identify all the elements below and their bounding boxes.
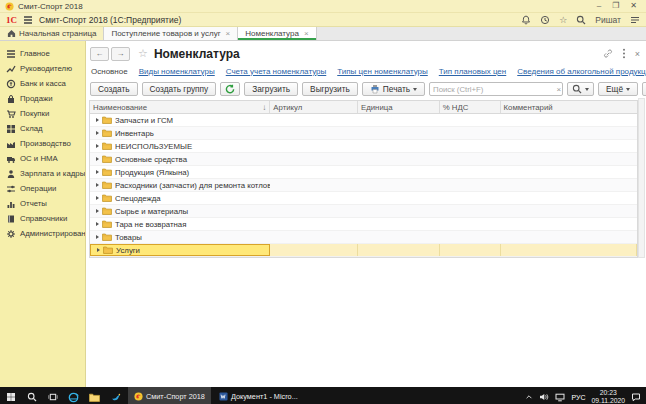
action-center-icon[interactable]: [631, 392, 641, 402]
name-cell[interactable]: Основные средства: [90, 153, 270, 165]
load-button[interactable]: Загрузить: [244, 82, 298, 96]
current-user[interactable]: Ришат: [595, 15, 621, 25]
column-header-0[interactable]: Наименование↓: [90, 101, 270, 113]
tab-close-icon[interactable]: ×: [304, 29, 309, 38]
nav-link-5[interactable]: Сведения об алкогольной продукции: [517, 67, 646, 76]
name-cell[interactable]: Товары: [90, 231, 270, 243]
back-button[interactable]: ←: [90, 47, 109, 61]
nav-link-3[interactable]: Типы цен номенклатуры: [337, 67, 428, 76]
search-options-button[interactable]: [567, 82, 594, 96]
sidebar-item-10[interactable]: Отчеты: [0, 196, 85, 211]
sidebar-item-7[interactable]: ОС и НМА: [0, 151, 85, 166]
table-row-9[interactable]: Товары: [90, 231, 637, 244]
service-menu-icon[interactable]: [630, 15, 640, 25]
nav-link-4[interactable]: Тип плановых цен: [439, 67, 506, 76]
bird-icon[interactable]: [105, 387, 126, 404]
help-button[interactable]: ?: [642, 82, 646, 96]
sidebar-item-1[interactable]: Руководителю: [0, 61, 85, 76]
expand-arrow-icon[interactable]: [96, 196, 99, 200]
maximize-button[interactable]: ❐: [612, 0, 619, 12]
favorite-page-star-icon[interactable]: ☆: [138, 47, 148, 60]
taskbar-app-0[interactable]: Смит-Спорт 2018: [128, 387, 211, 404]
clear-search-icon[interactable]: ×: [556, 85, 561, 94]
sidebar-item-2[interactable]: Банк и касса: [0, 76, 85, 91]
minimize-button[interactable]: –: [597, 0, 601, 12]
more-dots-icon[interactable]: [622, 48, 626, 59]
expand-arrow-icon[interactable]: [96, 209, 99, 213]
expand-arrow-icon[interactable]: [96, 131, 99, 135]
sidebar-item-8[interactable]: Зарплата и кадры: [0, 166, 85, 181]
expand-arrow-icon[interactable]: [96, 235, 99, 239]
refresh-button[interactable]: [220, 82, 240, 96]
column-header-3[interactable]: % НДС: [440, 101, 501, 113]
expand-arrow-icon[interactable]: [96, 222, 99, 226]
tab-2[interactable]: Номенклатура×: [238, 27, 316, 40]
link-icon[interactable]: [603, 49, 613, 59]
close-button[interactable]: ✕: [630, 0, 637, 12]
create-group-button[interactable]: Создать группу: [142, 82, 217, 96]
name-cell[interactable]: Спецодежда: [90, 192, 270, 204]
taskview-icon[interactable]: [42, 387, 63, 404]
forward-button[interactable]: →: [111, 47, 130, 61]
expand-arrow-icon[interactable]: [96, 157, 99, 161]
expand-arrow-icon[interactable]: [96, 183, 99, 187]
sidebar-item-0[interactable]: Главное: [0, 46, 85, 61]
nav-link-1[interactable]: Виды номенклатуры: [139, 67, 215, 76]
sidebar-item-11[interactable]: Справочники: [0, 211, 85, 226]
name-cell[interactable]: НЕИСПОЛЬЗУЕМЫЕ: [90, 140, 270, 152]
table-row-3[interactable]: Основные средства: [90, 153, 637, 166]
name-cell[interactable]: Сырье и материалы: [90, 205, 270, 217]
language-indicator[interactable]: РУС: [571, 394, 585, 401]
sidebar-item-6[interactable]: Производство: [0, 136, 85, 151]
clock[interactable]: 20:23 09.11.2020: [591, 389, 625, 404]
unload-button[interactable]: Выгрузить: [302, 82, 358, 96]
start-icon[interactable]: [0, 387, 21, 404]
nav-link-2[interactable]: Счета учета номенклатуры: [226, 67, 327, 76]
name-cell[interactable]: Продукция (Ялкына): [90, 166, 270, 178]
sidebar-item-5[interactable]: Склад: [0, 121, 85, 136]
name-cell[interactable]: Инвентарь: [90, 127, 270, 139]
table-row-0[interactable]: Запчасти и ГСМ: [90, 114, 637, 127]
create-button[interactable]: Создать: [90, 82, 138, 96]
table-row-6[interactable]: Спецодежда: [90, 192, 637, 205]
close-page-icon[interactable]: ×: [635, 49, 640, 59]
history-icon[interactable]: [540, 15, 550, 25]
expand-arrow-icon[interactable]: [96, 170, 99, 174]
column-header-4[interactable]: Комментарий: [501, 101, 637, 113]
print-button[interactable]: Печать: [362, 82, 425, 96]
table-row-1[interactable]: Инвентарь: [90, 127, 637, 140]
search-input[interactable]: [429, 82, 563, 96]
table-row-10[interactable]: Услуги: [90, 244, 637, 257]
explorer-icon[interactable]: [84, 387, 105, 404]
favorites-star-icon[interactable]: ☆: [559, 15, 567, 25]
name-cell[interactable]: Расходники (запчасти) для ремонта котлов…: [90, 179, 270, 191]
main-menu-icon[interactable]: [23, 15, 33, 25]
expand-arrow-icon[interactable]: [96, 144, 99, 148]
table-row-7[interactable]: Сырье и материалы: [90, 205, 637, 218]
column-header-2[interactable]: Единица: [358, 101, 440, 113]
table-row-2[interactable]: НЕИСПОЛЬЗУЕМЫЕ: [90, 140, 637, 153]
column-header-1[interactable]: Артикул: [270, 101, 358, 113]
table-row-4[interactable]: Продукция (Ялкына): [90, 166, 637, 179]
ie-icon[interactable]: [63, 387, 84, 404]
expand-arrow-icon[interactable]: [96, 118, 99, 122]
taskbar-search-icon[interactable]: [21, 387, 42, 404]
chevron-up-icon[interactable]: [525, 393, 533, 401]
tab-close-icon[interactable]: ×: [226, 29, 231, 38]
sidebar-item-3[interactable]: Продажи: [0, 91, 85, 106]
tab-1[interactable]: Поступление товаров и услуг×: [104, 27, 238, 40]
tab-0[interactable]: Начальная страница: [0, 27, 104, 40]
name-cell[interactable]: Тара не возвратная: [90, 218, 270, 230]
global-search-icon[interactable]: [576, 15, 586, 25]
table-row-8[interactable]: Тара не возвратная: [90, 218, 637, 231]
nav-link-0[interactable]: Основное: [91, 67, 128, 76]
table-row-5[interactable]: Расходники (запчасти) для ремонта котлов…: [90, 179, 637, 192]
sidebar-item-12[interactable]: Администрирование: [0, 226, 85, 241]
expand-arrow-icon[interactable]: [97, 248, 100, 252]
notifications-bell-icon[interactable]: [521, 15, 531, 25]
sidebar-item-9[interactable]: Операции: [0, 181, 85, 196]
name-cell[interactable]: Запчасти и ГСМ: [90, 114, 270, 126]
more-button[interactable]: Ещё: [598, 82, 638, 96]
name-cell[interactable]: Услуги: [90, 244, 270, 256]
sidebar-item-4[interactable]: Покупки: [0, 106, 85, 121]
